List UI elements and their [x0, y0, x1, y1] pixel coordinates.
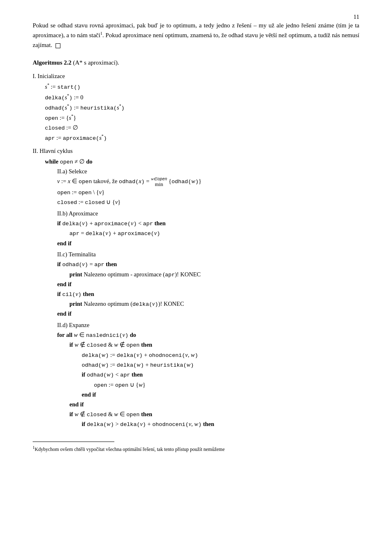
init-open: open := {s*}: [33, 113, 359, 123]
algorithm-label: Algoritmus 2.2: [33, 59, 71, 66]
page: 11 Pokud se odhad stavu rovná aproximaci…: [0, 0, 392, 556]
if-w-not-closed-in-open: if w ∉ closed & w ∈ open then: [33, 410, 359, 419]
end-if-cil: end if: [33, 309, 359, 319]
section-IId-heading: II.d) Expanze: [33, 321, 359, 330]
end-if-aproximace: end if: [33, 239, 359, 249]
section-IIa-heading: II.a) Selekce: [33, 167, 359, 177]
section-IIb-heading: II.b) Aproximace: [33, 209, 359, 219]
init-apr: apr := aproximace(s*): [33, 133, 359, 143]
if-odhad-apr: if odhad(v) = apr then: [33, 260, 359, 269]
while-line: while open ≠ ∅ do: [33, 157, 359, 167]
if-odhad-w-apr: if odhad(w) < apr then: [33, 370, 359, 380]
algorithm-title: Algoritmus 2.2 (A* s aproximací).: [33, 58, 359, 67]
if-aproximace: if delka(v) + aproximace(v) < apr then: [33, 219, 359, 229]
init-s-star: s* := start(): [33, 82, 359, 92]
if-cil: if cil(v) then: [33, 289, 359, 299]
init-closed: closed := ∅: [33, 123, 359, 133]
intro-paragraph: Pokud se odhad stavu rovná aproximaci, p…: [33, 20, 359, 50]
open-add-w: open := open ∪ {w}: [33, 380, 359, 390]
section-II-heading: II. Hlavní cyklus: [33, 146, 359, 156]
end-if-odhad: end if: [33, 280, 359, 289]
print-optimum: print Nalezeno optimum (delka(v))! KONEC: [33, 299, 359, 309]
footnote-divider: [33, 442, 114, 442]
footnote-text: 1Kdybychom ovšem chtěli vypočítat všechn…: [33, 444, 359, 453]
if-delka-w-better: if delka(w) > delka(v) + ohodnoceni(v, w…: [33, 419, 359, 429]
for-all-w: for all w ∈ naslednici(v) do: [33, 330, 359, 340]
footnote-ref-1: 1: [100, 31, 102, 36]
apr-update: apr = delka(v) + aproximace(v): [33, 229, 359, 238]
section-IIc-heading: II.c) Terminalita: [33, 250, 359, 260]
section-I-heading: I. Inicializace: [33, 72, 359, 81]
end-if-w-not: end if: [33, 400, 359, 410]
end-if-odhad-w: end if: [33, 390, 359, 400]
closed-add-v: closed := closed ∪ {v}: [33, 197, 359, 207]
if-w-not-closed-open: if w ∉ closed & w ∉ open then: [33, 340, 359, 350]
print-aproximace: print Nalezeno optimum - aproximace (apr…: [33, 270, 359, 280]
open-remove-v: open := open \ {v}: [33, 188, 359, 197]
algorithm-name: (A* s aproximací).: [73, 59, 119, 66]
algorithm-body: I. Inicializace s* := start() delka(s*) …: [33, 72, 359, 430]
delka-w-assign: delka(w) := delka(v) + ohodnoceni(v, w): [33, 350, 359, 360]
init-odhad: odhad(s*) := heuristika(s*): [33, 103, 359, 113]
odhad-w-assign: odhad(w) := delka(w) + heuristika(w): [33, 360, 359, 370]
selekce-v: v := x ∈ open takové, že odhad(x) = w∈op…: [33, 177, 359, 187]
page-number: 11: [354, 12, 359, 22]
proof-end-box: [56, 43, 60, 48]
init-delka: delka(s*) := 0: [33, 92, 359, 103]
